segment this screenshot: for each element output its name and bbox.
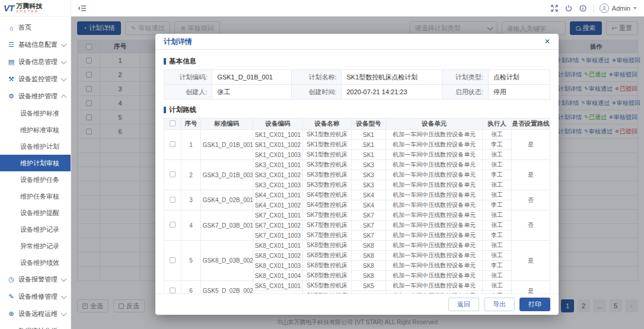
device-unit-cell: 机加一车间中压线数控设备单元 bbox=[386, 140, 483, 150]
sidebar-item-label: 数据统计分析 bbox=[18, 327, 62, 329]
alarm-gauge-icon: ◷ bbox=[7, 276, 15, 283]
power-icon[interactable] bbox=[565, 4, 573, 12]
route-row: 2 GSK3_D_01B_003 SK3_CX01_1001 SK3型数控机床 … bbox=[164, 160, 550, 170]
sidebar-item-abnormal-record[interactable]: 异常维护记录 bbox=[0, 238, 71, 254]
collapse-sidebar-icon[interactable] bbox=[78, 5, 87, 12]
device-code-cell: SK4_CX01_1002 bbox=[253, 200, 303, 210]
app-window: VT 万腾科技 V T S T A R ⌂ 首页 ☲ 基础信息配置 ▤ 设备信息… bbox=[0, 0, 644, 329]
device-code-cell: SK8_CX01_1003 bbox=[253, 261, 303, 271]
executor-cell: 张工 bbox=[483, 150, 512, 160]
maintenance-submenu: 设备维护标准 维护标准审核 设备维护计划 维护计划审核 设备维护任务 维护任务审… bbox=[0, 105, 71, 271]
device-unit-cell: 机加一车间中压线数控设备单元 bbox=[386, 200, 483, 210]
device-name-cell: SK7型数控机床 bbox=[303, 231, 351, 241]
device-code-cell: SK3_CX01_1001 bbox=[253, 160, 303, 170]
row-checkbox[interactable] bbox=[170, 141, 176, 147]
sidebar-item-device-info[interactable]: ▤ 设备信息管理 bbox=[0, 53, 71, 71]
device-name-cell: SK1型数控机床 bbox=[303, 140, 351, 150]
sidebar-item-maintenance-kpi[interactable]: 设备维护绩效 bbox=[0, 254, 71, 271]
user-name: Admin bbox=[612, 5, 630, 12]
caret-down-icon bbox=[633, 7, 637, 9]
section-marker bbox=[164, 107, 166, 113]
status-label: 启用状态: bbox=[442, 85, 488, 100]
sidebar-item-maintenance-task[interactable]: 设备维护任务 bbox=[0, 171, 71, 188]
export-button[interactable]: 导出 bbox=[484, 298, 515, 311]
brand-name: 万腾科技 bbox=[16, 3, 42, 9]
executor-cell: 张工 bbox=[483, 160, 512, 170]
row-checkbox[interactable] bbox=[170, 171, 176, 177]
sidebar-item-label: 设备信息管理 bbox=[18, 58, 62, 66]
row-checkbox[interactable] bbox=[170, 222, 176, 228]
section-label: 计划路线 bbox=[169, 106, 196, 114]
route-set-cell: 是 bbox=[511, 281, 550, 294]
device-model-cell: SK7 bbox=[351, 210, 386, 221]
route-set-cell: 是 bbox=[511, 241, 550, 281]
plan-code-label: 计划编码: bbox=[164, 70, 212, 85]
device-model-cell: SK3 bbox=[351, 170, 386, 180]
plan-type-value: 点检计划 bbox=[488, 70, 550, 85]
sidebar-item-data-stats[interactable]: ▥ 数据统计分析 bbox=[0, 322, 71, 329]
device-unit-cell: 机加一车间中压线数控设备单元 bbox=[386, 130, 483, 140]
chevron-down-icon bbox=[61, 41, 67, 47]
basic-info-table: 计划编码: GSK1_D_01B_001 计划名称: SK1型数控机床点检计划 … bbox=[164, 69, 550, 100]
sidebar-item-label: 设备维护管理 bbox=[18, 92, 62, 101]
seq-cell: 6 bbox=[181, 281, 201, 294]
sidebar-item-device-monitor[interactable]: ⚒ 设备监控管理 bbox=[0, 71, 71, 88]
device-code-cell: SK8_CX01_1004 bbox=[253, 271, 303, 281]
sidebar-item-basic-config[interactable]: ☲ 基础信息配置 bbox=[0, 36, 71, 53]
section-label: 基本信息 bbox=[169, 57, 196, 66]
sidebar-item-home[interactable]: ⌂ 首页 bbox=[0, 19, 71, 36]
route-select-all-checkbox[interactable] bbox=[170, 120, 176, 126]
monitor-icon: ⚒ bbox=[7, 75, 15, 83]
row-checkbox[interactable] bbox=[170, 197, 176, 203]
sidebar-item-device-repair[interactable]: ✎ 设备维修管理 bbox=[0, 288, 71, 305]
device-model-cell: SK8 bbox=[351, 241, 386, 251]
device-unit-cell: 机加一车间中压线数控设备单元 bbox=[386, 231, 483, 241]
sidebar-item-label: 基础信息配置 bbox=[18, 40, 62, 49]
executor-cell: 李工 bbox=[483, 200, 512, 210]
device-unit-cell: 机加一车间中压线数控设备单元 bbox=[386, 281, 483, 291]
create-time-label: 创建时间: bbox=[291, 85, 342, 100]
sidebar-item-device-alarm[interactable]: ◷ 设备报警管理 bbox=[0, 271, 71, 288]
std-code-cell: GSK5_D_02B_002 bbox=[200, 281, 253, 294]
device-unit-cell: 机加一车间中压线数控设备单元 bbox=[386, 221, 483, 231]
device-unit-cell: 机加一车间中压线数控设备单元 bbox=[386, 160, 483, 170]
col-device-code: 设备编码 bbox=[253, 119, 303, 130]
device-model-cell: SK5 bbox=[351, 281, 386, 291]
device-code-cell: SK1_CX01_1001 bbox=[253, 130, 303, 140]
close-icon[interactable]: ✕ bbox=[544, 38, 550, 45]
chevron-down-icon bbox=[61, 310, 67, 316]
device-model-cell: SK7 bbox=[351, 231, 386, 241]
device-unit-cell: 机加一车间中压线数控设备单元 bbox=[386, 170, 483, 180]
sidebar-item-task-audit[interactable]: 维护任务审核 bbox=[0, 188, 71, 205]
sidebar-item-device-maintenance[interactable]: ⚙ 设备维护管理 bbox=[0, 88, 71, 105]
sidebar-item-standard-audit[interactable]: 维护标准审核 bbox=[0, 122, 71, 138]
row-checkbox[interactable] bbox=[170, 288, 176, 293]
plan-type-label: 计划类型: bbox=[442, 70, 488, 85]
fullscreen-icon[interactable] bbox=[550, 4, 559, 12]
device-code-cell: SK8_CX01_1001 bbox=[253, 241, 303, 251]
info-icon[interactable] bbox=[579, 4, 587, 12]
sidebar: VT 万腾科技 V T S T A R ⌂ 首页 ☲ 基础信息配置 ▤ 设备信息… bbox=[0, 0, 71, 329]
route-row: 4 GSK7_D_03B_001 SK7_CX01_1001 SK7型数控机床 … bbox=[164, 210, 550, 221]
sidebar-item-maintenance-record[interactable]: 设备维护记录 bbox=[0, 221, 71, 238]
device-model-cell: SK4 bbox=[351, 190, 386, 200]
config-icon: ☲ bbox=[7, 41, 15, 49]
print-button[interactable]: 打印 bbox=[519, 298, 550, 311]
user-menu[interactable]: Admin bbox=[600, 4, 637, 13]
device-name-cell: SK1型数控机床 bbox=[303, 130, 351, 140]
sidebar-item-plan-audit-active[interactable]: 维护计划审核 bbox=[0, 155, 71, 171]
sidebar-item-label: 首页 bbox=[18, 23, 66, 32]
sidebar-item-maintenance-plan[interactable]: 设备维护计划 bbox=[0, 138, 71, 155]
brand-mark: VT bbox=[4, 3, 14, 13]
sidebar-item-remote-ops[interactable]: ⊕ 设备远程运维 bbox=[0, 305, 71, 322]
std-code-cell: GSK1_D_01B_001 bbox=[200, 130, 253, 160]
device-name-cell: SK8型数控机床 bbox=[303, 251, 351, 261]
executor-cell: 张工 bbox=[483, 210, 512, 221]
back-button[interactable]: 返回 bbox=[448, 298, 479, 311]
row-checkbox[interactable] bbox=[170, 257, 176, 263]
status-value: 停用 bbox=[488, 85, 550, 100]
sidebar-item-maintenance-standard[interactable]: 设备维护标准 bbox=[0, 105, 71, 122]
sidebar-item-maintenance-remind[interactable]: 设备维护提醒 bbox=[0, 205, 71, 221]
executor-cell: 张工 bbox=[483, 221, 512, 231]
chevron-down-icon bbox=[61, 276, 67, 282]
